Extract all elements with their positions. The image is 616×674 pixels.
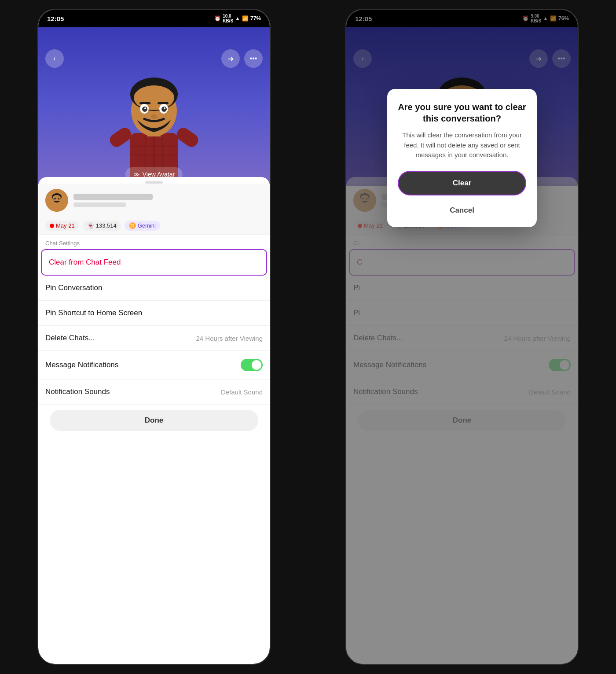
left-status-icons: ⏰ 10.0KB/S ▲ 📶 77% <box>214 14 261 23</box>
left-tags-row: May 21 👻 133,514 ♊ Gemini <box>38 217 270 235</box>
left-snap-score-tag: 👻 133,514 <box>83 221 121 231</box>
left-msg-notif-toggle[interactable] <box>241 359 263 371</box>
dialog-title: Are you sure you want to clear this conv… <box>398 101 526 124</box>
left-delete-chats-item[interactable]: Delete Chats... 24 Hours after Viewing <box>38 326 270 351</box>
right-phone: 12:05 ⏰ 9.00KB/S ▲ 📶 76% ‹ ➜ ••• <box>308 0 616 674</box>
left-menu-list: Clear from Chat Feed Pin Conversation Pi… <box>38 249 270 405</box>
svg-point-18 <box>144 107 146 109</box>
left-msg-notif-item[interactable]: Message Notifications <box>38 351 270 379</box>
svg-point-26 <box>58 198 59 199</box>
left-delete-chats-value: 24 Hours after Viewing <box>196 335 263 342</box>
svg-rect-7 <box>174 125 201 149</box>
left-notif-sounds-label: Notification Sounds <box>45 387 110 396</box>
right-dialog-overlay: Are you sure you want to clear this conv… <box>346 10 578 664</box>
left-clear-chat-label: Clear from Chat Feed <box>49 258 121 267</box>
left-time: 12:05 <box>47 15 64 22</box>
battery-icon: 77% <box>250 15 261 22</box>
left-pin-home-item[interactable]: Pin Shortcut to Home Screen <box>38 301 270 326</box>
svg-point-17 <box>161 107 167 112</box>
left-pin-conv-label: Pin Conversation <box>45 284 102 292</box>
svg-point-24 <box>53 195 61 200</box>
left-profile-info <box>73 194 263 207</box>
wifi-icon: ▲ <box>235 15 240 22</box>
left-settings-panel: May 21 👻 133,514 ♊ Gemini Chat Settings <box>38 177 270 436</box>
left-status-bar: 12:05 ⏰ 10.0KB/S ▲ 📶 77% <box>38 10 270 27</box>
red-dot-icon <box>50 224 54 228</box>
gemini-icon: ♊ <box>129 222 136 229</box>
dialog-cancel-button[interactable]: Cancel <box>446 203 478 218</box>
svg-point-25 <box>54 198 56 199</box>
svg-rect-6 <box>107 125 134 149</box>
svg-point-20 <box>151 114 157 119</box>
confirm-dialog: Are you sure you want to clear this conv… <box>387 89 537 227</box>
left-avatar-banner: ‹ ➜ ••• <box>38 27 270 186</box>
svg-point-19 <box>164 107 165 109</box>
left-clear-chat-item[interactable]: Clear from Chat Feed <box>41 249 267 276</box>
left-more-button[interactable]: ••• <box>244 49 263 68</box>
left-profile-sub <box>73 203 126 207</box>
left-date-tag: May 21 <box>45 221 79 231</box>
left-zodiac-tag: ♊ Gemini <box>125 221 160 231</box>
left-share-button[interactable]: ➜ <box>221 49 240 68</box>
left-msg-notif-label: Message Notifications <box>45 361 118 369</box>
left-profile-row <box>38 184 270 217</box>
left-pin-home-label: Pin Shortcut to Home Screen <box>45 309 142 317</box>
left-notif-sounds-value: Default Sound <box>221 388 263 396</box>
dialog-body: This will clear the conversation from yo… <box>398 130 526 160</box>
data-speed-icon: 10.0KB/S <box>223 14 233 23</box>
snapchat-icon: 👻 <box>87 222 94 229</box>
alarm-icon: ⏰ <box>214 15 221 22</box>
left-delete-chats-label: Delete Chats... <box>45 334 95 343</box>
left-avatar-figure <box>97 54 211 186</box>
left-nav-group: ➜ ••• <box>221 49 263 68</box>
profile-avatar-svg <box>45 189 68 212</box>
left-phone: 12:05 ⏰ 10.0KB/S ▲ 📶 77% ‹ ➜ ••• <box>0 0 308 674</box>
signal-icon: 📶 <box>242 15 249 22</box>
svg-point-16 <box>142 107 147 112</box>
dialog-clear-button[interactable]: Clear <box>398 171 526 195</box>
avatar-svg <box>106 58 202 181</box>
left-notif-sounds-item[interactable]: Notification Sounds Default Sound <box>38 379 270 405</box>
left-profile-avatar <box>45 189 68 212</box>
left-phone-screen: 12:05 ⏰ 10.0KB/S ▲ 📶 77% ‹ ➜ ••• <box>37 9 271 665</box>
right-phone-screen: 12:05 ⏰ 9.00KB/S ▲ 📶 76% ‹ ➜ ••• <box>345 9 579 665</box>
left-profile-name <box>73 194 153 200</box>
left-done-button[interactable]: Done <box>50 410 258 431</box>
left-back-button[interactable]: ‹ <box>45 49 64 68</box>
left-pin-conv-item[interactable]: Pin Conversation <box>38 276 270 301</box>
svg-point-11 <box>134 85 174 110</box>
left-section-header: Chat Settings <box>38 235 270 249</box>
